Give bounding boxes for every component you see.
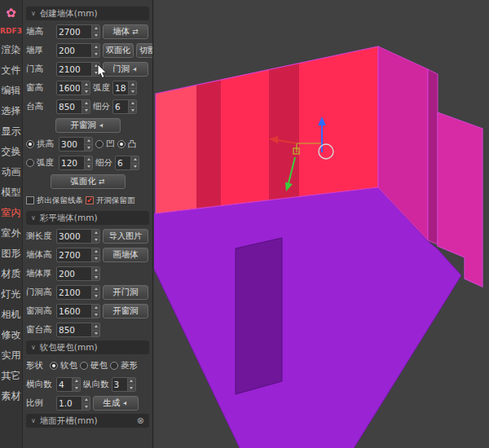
spinner-down[interactable]: [82, 88, 90, 95]
sidebar-item-assets[interactable]: 素材: [0, 386, 22, 406]
spinner-up[interactable]: [82, 100, 90, 107]
spinner-up[interactable]: [129, 100, 136, 107]
sidebar-item-exterior[interactable]: 室外: [0, 223, 22, 244]
arch-height-radio[interactable]: [26, 140, 34, 148]
plan-window-input[interactable]: [57, 305, 91, 318]
section-header-soft-pack[interactable]: ∨ 软包硬包(mm): [26, 340, 149, 354]
spinner-up[interactable]: [85, 156, 92, 163]
open-door-hole-button[interactable]: 开门洞: [103, 285, 148, 300]
window-height-input[interactable]: [57, 81, 82, 94]
keep-lines-checkbox[interactable]: [26, 196, 34, 204]
spinner-down[interactable]: [131, 163, 139, 170]
spinner-up[interactable]: [92, 323, 99, 330]
section-header-color-plan-wall[interactable]: ∨ 彩平墙体(mm): [26, 211, 149, 225]
sidebar-item-material[interactable]: 材质: [0, 264, 22, 284]
double-side-button[interactable]: 双面化: [103, 43, 134, 58]
sidebar-item-camera[interactable]: 相机: [0, 305, 22, 325]
spinner-down[interactable]: [92, 311, 99, 318]
back-wall-stripe-2[interactable]: [196, 80, 221, 209]
sidebar-item-modify[interactable]: 修改: [0, 325, 22, 345]
keep-face-checkbox[interactable]: ✔: [86, 196, 94, 204]
wall-thickness-input[interactable]: [57, 44, 91, 57]
spinner-down[interactable]: [92, 330, 99, 337]
arc-face-button[interactable]: 弧面化 ⇄: [51, 174, 126, 189]
sill-height-input[interactable]: [57, 100, 82, 113]
spinner-up[interactable]: [128, 378, 135, 384]
hard-radio[interactable]: [80, 362, 88, 370]
viewport-3d[interactable]: [154, 0, 489, 448]
sidebar-item-model[interactable]: 模型: [0, 182, 22, 203]
sidebar-item-render[interactable]: 渲染: [0, 40, 22, 60]
spinner-up[interactable]: [129, 81, 136, 88]
plan-sill-input[interactable]: [57, 323, 91, 336]
sidebar-item-graphic[interactable]: 图形: [0, 244, 22, 264]
sidebar-item-utility[interactable]: 实用: [0, 345, 22, 366]
spinner-down[interactable]: [92, 51, 99, 58]
spinner-down[interactable]: [85, 144, 92, 152]
diamond-radio[interactable]: [110, 362, 118, 370]
spinner-up[interactable]: [92, 230, 99, 236]
spinner-down[interactable]: [92, 32, 99, 39]
sidebar-item-anim[interactable]: 动画: [0, 162, 22, 182]
sidebar-item-other[interactable]: 其它: [0, 366, 22, 386]
arch-height-input[interactable]: [59, 138, 84, 151]
draw-wall-button[interactable]: 画墙体: [103, 248, 148, 262]
concave-radio[interactable]: [95, 140, 104, 148]
create-wall-button[interactable]: 墙体 ⇄: [103, 24, 148, 39]
back-wall-stripe-4[interactable]: [269, 64, 299, 200]
spinner-up[interactable]: [92, 267, 99, 274]
spinner-up[interactable]: [92, 248, 99, 255]
sidebar-item-light[interactable]: 灯光: [0, 284, 22, 305]
import-image-button[interactable]: 导入图片: [103, 229, 148, 244]
back-wall-stripe-1[interactable]: [156, 85, 196, 213]
measure-length-input[interactable]: [57, 230, 91, 243]
spinner-down[interactable]: [128, 384, 135, 392]
back-wall-stripe-3[interactable]: [221, 69, 269, 205]
door-opening-face[interactable]: [236, 238, 282, 394]
spinner-down[interactable]: [92, 255, 99, 262]
cut-button[interactable]: 切割: [136, 43, 153, 58]
close-icon[interactable]: ⊗: [137, 416, 144, 425]
subdiv2-input[interactable]: [116, 156, 130, 169]
plan-door-input[interactable]: [57, 286, 91, 299]
plan-wall-thick-input[interactable]: [57, 267, 91, 280]
wall-height-input[interactable]: [57, 25, 91, 38]
spinner-up[interactable]: [92, 44, 99, 51]
spinner-up[interactable]: [85, 138, 92, 144]
spinner-up[interactable]: [92, 25, 99, 32]
spinner-down[interactable]: [129, 88, 136, 95]
section-header-wall-groove[interactable]: ∨ 墙面开槽(mm) ⊗: [26, 414, 149, 428]
door-height-input[interactable]: [57, 63, 91, 76]
spinner-up[interactable]: [73, 378, 80, 384]
right-wall-edge-face[interactable]: [428, 69, 438, 244]
soft-radio[interactable]: [50, 362, 58, 370]
spinner-up[interactable]: [82, 397, 90, 403]
arc-input[interactable]: [59, 156, 84, 169]
spinner-down[interactable]: [82, 107, 90, 114]
door-hole-button[interactable]: 门洞 ➤: [103, 62, 148, 77]
spinner-down[interactable]: [92, 69, 99, 77]
convex-radio[interactable]: [117, 140, 126, 148]
sidebar-item-interior[interactable]: 室内: [0, 203, 22, 223]
open-window-hole-button[interactable]: 开窗洞 ➤: [55, 118, 121, 133]
section-header-create-wall[interactable]: ∨ 创建墙体(mm): [26, 7, 149, 20]
arc-radio[interactable]: [26, 159, 34, 167]
spinner-down[interactable]: [85, 163, 92, 170]
spinner-down[interactable]: [73, 384, 80, 392]
spinner-down[interactable]: [82, 403, 90, 411]
generate-button[interactable]: 生成 ➤: [93, 396, 139, 411]
arc-degree-input[interactable]: [113, 81, 128, 94]
spinner-up[interactable]: [92, 286, 99, 292]
back-wall-stripe-5[interactable]: [299, 46, 378, 196]
spinner-down[interactable]: [92, 274, 99, 281]
sidebar-item-display[interactable]: 显示: [0, 121, 22, 142]
open-window-hole-button2[interactable]: 开窗洞: [103, 304, 148, 318]
ratio-input[interactable]: [57, 397, 82, 410]
subdiv-input[interactable]: [113, 100, 128, 113]
sidebar-item-file[interactable]: 文件: [0, 60, 22, 81]
v-count-input[interactable]: [112, 378, 127, 391]
spinner-down[interactable]: [129, 107, 136, 114]
plan-wall-height-input[interactable]: [57, 248, 91, 261]
spinner-up[interactable]: [92, 305, 99, 311]
sidebar-item-select[interactable]: 选择: [0, 101, 22, 121]
